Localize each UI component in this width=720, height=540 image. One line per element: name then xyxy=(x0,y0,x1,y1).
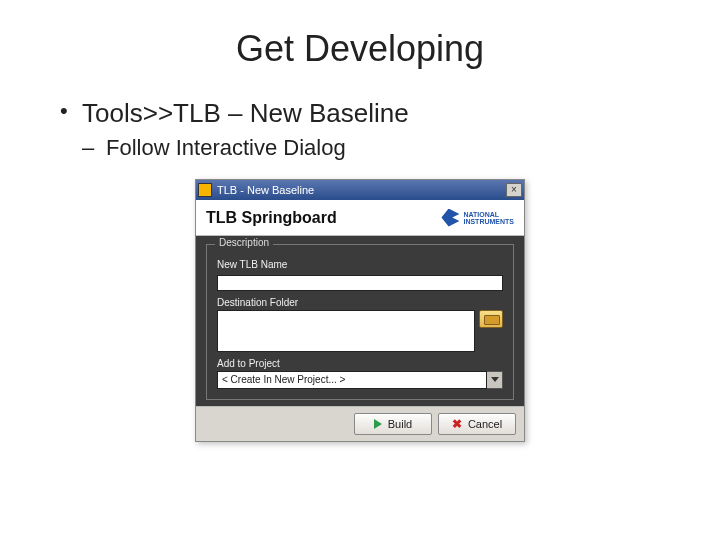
cancel-label: Cancel xyxy=(468,418,502,430)
bullet-text: Tools>>TLB – New Baseline xyxy=(82,98,409,128)
dialog-header: TLB Springboard NATIONALINSTRUMENTS xyxy=(196,200,524,236)
project-label: Add to Project xyxy=(217,358,503,369)
description-group: Description New TLB Name Destination Fol… xyxy=(206,244,514,400)
cancel-button[interactable]: ✖ Cancel xyxy=(438,413,516,435)
build-button[interactable]: Build xyxy=(354,413,432,435)
window-title: TLB - New Baseline xyxy=(217,184,506,196)
header-title: TLB Springboard xyxy=(206,209,441,227)
group-legend: Description xyxy=(215,237,273,248)
name-label: New TLB Name xyxy=(217,259,503,270)
bullet-tools-tlb: Tools>>TLB – New Baseline Follow Interac… xyxy=(60,98,660,161)
dialog-body: Description New TLB Name Destination Fol… xyxy=(196,236,524,406)
tlb-new-baseline-dialog: TLB - New Baseline × TLB Springboard NAT… xyxy=(195,179,525,442)
destination-folder-input[interactable] xyxy=(217,310,475,352)
folder-label: Destination Folder xyxy=(217,297,503,308)
sub-bullet-follow-dialog: Follow Interactive Dialog xyxy=(82,135,660,161)
window-titlebar: TLB - New Baseline × xyxy=(196,180,524,200)
eagle-icon xyxy=(441,209,459,227)
close-icon: ✖ xyxy=(452,418,462,430)
chevron-down-icon[interactable] xyxy=(487,371,503,389)
browse-folder-button[interactable] xyxy=(479,310,503,328)
add-to-project-select[interactable]: < Create In New Project... > xyxy=(217,371,487,389)
app-icon xyxy=(198,183,212,197)
national-instruments-logo: NATIONALINSTRUMENTS xyxy=(441,209,514,227)
build-label: Build xyxy=(388,418,412,430)
play-icon xyxy=(374,419,382,429)
dialog-button-bar: Build ✖ Cancel xyxy=(196,406,524,441)
new-tlb-name-input[interactable] xyxy=(217,275,503,291)
close-icon[interactable]: × xyxy=(506,183,522,197)
ni-logo-text: NATIONALINSTRUMENTS xyxy=(463,211,514,225)
slide-title: Get Developing xyxy=(60,28,660,70)
